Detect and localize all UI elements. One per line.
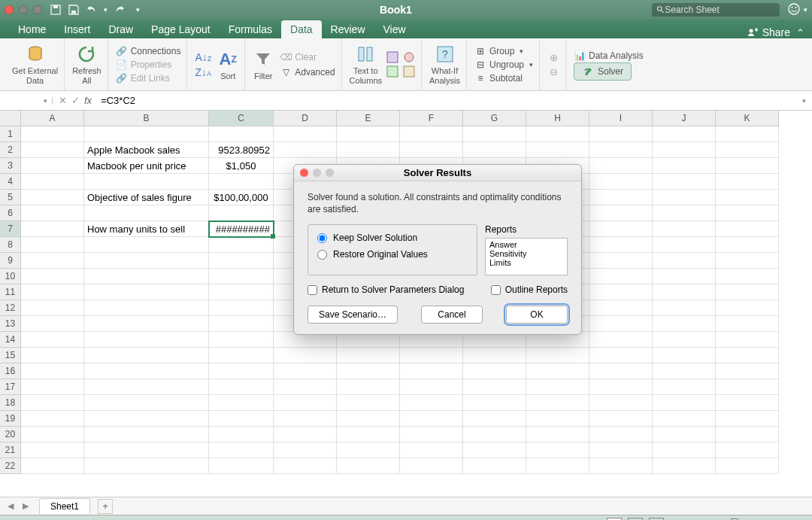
cell-D1[interactable]	[274, 126, 337, 142]
cell-F21[interactable]	[400, 442, 463, 458]
cell-H1[interactable]	[526, 126, 589, 142]
cell-D16[interactable]	[274, 363, 337, 379]
cell-B11[interactable]	[84, 284, 209, 300]
row-header-5[interactable]: 5	[0, 190, 21, 205]
cell-A10[interactable]	[21, 269, 84, 284]
cell-J17[interactable]	[653, 379, 716, 395]
cell-B16[interactable]	[84, 363, 209, 379]
what-if-analysis-button[interactable]: ? What-If Analysis	[429, 44, 460, 84]
cell-H20[interactable]	[526, 427, 589, 442]
cell-G22[interactable]	[463, 458, 526, 474]
cell-F2[interactable]	[400, 142, 463, 158]
cell-E1[interactable]	[337, 126, 400, 142]
cell-C7[interactable]: ##########	[209, 221, 274, 237]
cell-B17[interactable]	[84, 379, 209, 395]
cell-C18[interactable]	[209, 395, 274, 411]
cell-C13[interactable]	[209, 316, 274, 332]
cell-J3[interactable]	[653, 158, 716, 174]
cell-K13[interactable]	[716, 316, 779, 332]
row-header-10[interactable]: 10	[0, 269, 21, 284]
cell-K12[interactable]	[716, 300, 779, 316]
page-break-view-icon[interactable]	[649, 518, 664, 521]
sort-desc-button[interactable]: Z↓A	[195, 66, 211, 78]
cell-F19[interactable]	[400, 411, 463, 427]
cell-C12[interactable]	[209, 300, 274, 316]
dialog-titlebar[interactable]: Solver Results	[294, 165, 581, 181]
cell-C1[interactable]	[209, 126, 274, 142]
cell-K9[interactable]	[716, 253, 779, 269]
cell-F17[interactable]	[400, 379, 463, 395]
get-external-data-button[interactable]: Get External Data	[12, 44, 58, 84]
cell-F1[interactable]	[400, 126, 463, 142]
cell-H21[interactable]	[526, 442, 589, 458]
cell-I12[interactable]	[589, 300, 653, 316]
search-input[interactable]	[665, 5, 775, 15]
cell-G15[interactable]	[463, 348, 526, 363]
cell-K15[interactable]	[716, 348, 779, 363]
cell-K16[interactable]	[716, 363, 779, 379]
cell-J8[interactable]	[653, 237, 716, 253]
cell-J6[interactable]	[653, 205, 716, 221]
cell-I10[interactable]	[589, 269, 653, 284]
close-window-icon[interactable]	[5, 5, 14, 14]
column-header-D[interactable]: D	[274, 111, 337, 126]
consolidate-button[interactable]	[403, 65, 415, 78]
cell-I16[interactable]	[589, 363, 653, 379]
cell-C21[interactable]	[209, 442, 274, 458]
tab-data[interactable]: Data	[281, 20, 322, 38]
cell-J12[interactable]	[653, 300, 716, 316]
cell-A12[interactable]	[21, 300, 84, 316]
cell-A15[interactable]	[21, 348, 84, 363]
column-header-J[interactable]: J	[653, 111, 716, 126]
column-header-E[interactable]: E	[337, 111, 400, 126]
cell-B9[interactable]	[84, 253, 209, 269]
row-header-20[interactable]: 20	[0, 427, 21, 442]
cell-C22[interactable]	[209, 458, 274, 474]
cell-I14[interactable]	[589, 332, 653, 348]
keep-solution-radio[interactable]: Keep Solver Solution	[317, 233, 468, 243]
cell-E16[interactable]	[337, 363, 400, 379]
cell-B18[interactable]	[84, 395, 209, 411]
collapse-ribbon-icon[interactable]: ⌃	[796, 27, 804, 38]
cell-A11[interactable]	[21, 284, 84, 300]
cell-I11[interactable]	[589, 284, 653, 300]
cell-F15[interactable]	[400, 348, 463, 363]
cell-B20[interactable]	[84, 427, 209, 442]
autosave-icon[interactable]	[50, 4, 62, 16]
column-header-F[interactable]: F	[400, 111, 463, 126]
expand-formula-icon[interactable]: ▾	[796, 97, 812, 105]
text-to-columns-button[interactable]: Text to Columns	[350, 44, 382, 84]
undo-dropdown-icon[interactable]: ▾	[104, 6, 108, 14]
cell-B21[interactable]	[84, 442, 209, 458]
cell-B13[interactable]	[84, 316, 209, 332]
cell-E17[interactable]	[337, 379, 400, 395]
cell-G1[interactable]	[463, 126, 526, 142]
column-header-H[interactable]: H	[526, 111, 589, 126]
row-header-18[interactable]: 18	[0, 395, 21, 411]
namebox-dropdown-icon[interactable]: ▾	[44, 97, 47, 105]
cell-A4[interactable]	[21, 174, 84, 190]
cell-H16[interactable]	[526, 363, 589, 379]
cell-K19[interactable]	[716, 411, 779, 427]
cell-F20[interactable]	[400, 427, 463, 442]
edit-links-button[interactable]: 🔗Edit Links	[116, 71, 170, 85]
cell-B5[interactable]: Objective of sales figure	[84, 190, 209, 205]
cell-I8[interactable]	[589, 237, 653, 253]
tab-insert[interactable]: Insert	[55, 20, 99, 38]
tab-view[interactable]: View	[374, 20, 415, 38]
cell-D21[interactable]	[274, 442, 337, 458]
cell-I13[interactable]	[589, 316, 653, 332]
row-header-8[interactable]: 8	[0, 237, 21, 253]
cell-J7[interactable]	[653, 221, 716, 237]
cell-I21[interactable]	[589, 442, 653, 458]
cell-G16[interactable]	[463, 363, 526, 379]
sheet-nav-prev-icon[interactable]: ◀	[5, 501, 17, 511]
cell-J11[interactable]	[653, 284, 716, 300]
cell-J1[interactable]	[653, 126, 716, 142]
cell-G18[interactable]	[463, 395, 526, 411]
cell-A14[interactable]	[21, 332, 84, 348]
cell-K7[interactable]	[716, 221, 779, 237]
cell-G2[interactable]	[463, 142, 526, 158]
cell-D19[interactable]	[274, 411, 337, 427]
cell-G19[interactable]	[463, 411, 526, 427]
